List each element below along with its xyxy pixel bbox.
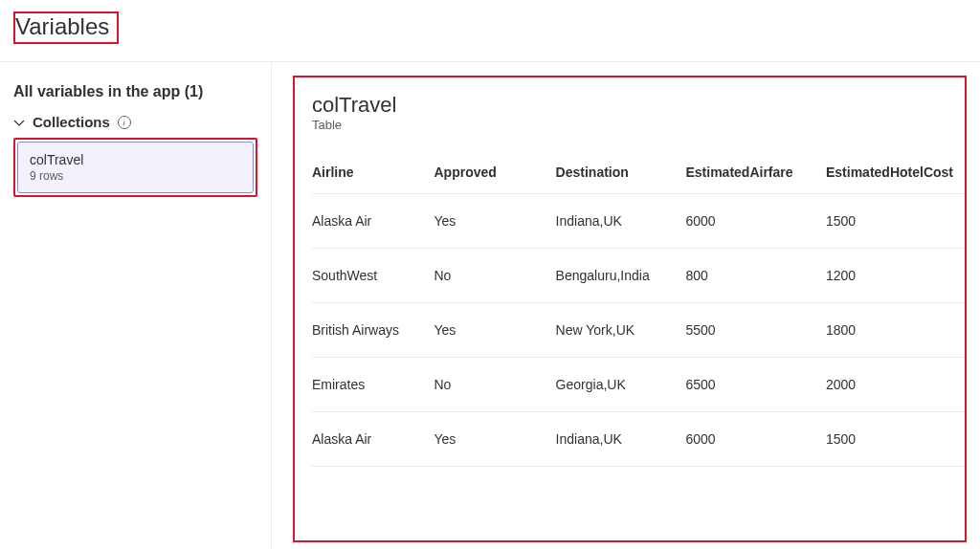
cell-airfare: 800 [686, 249, 826, 303]
detail-subtitle: Table [312, 118, 965, 132]
cell-approved: Yes [434, 303, 556, 358]
table-body: Alaska Air Yes Indiana,UK 6000 1500 Sout… [312, 194, 965, 467]
page-title: Variables [13, 11, 119, 44]
cell-destination: Bengaluru,India [556, 249, 686, 303]
col-header-estimatedairfare[interactable]: EstimatedAirfare [686, 155, 826, 194]
cell-destination: New York,UK [556, 303, 686, 358]
cell-airfare: 6000 [686, 412, 826, 467]
info-icon[interactable]: i [118, 116, 131, 129]
table-row[interactable]: British Airways Yes New York,UK 5500 180… [312, 303, 965, 358]
col-header-airline[interactable]: Airline [312, 155, 434, 194]
col-header-approved[interactable]: Approved [434, 155, 556, 194]
cell-destination: Indiana,UK [556, 412, 686, 467]
cell-airline: Emirates [312, 358, 434, 412]
cell-airline: Alaska Air [312, 194, 434, 249]
page-header: Variables [0, 0, 980, 62]
content-area: All variables in the app (1) Collections… [0, 62, 980, 549]
chevron-down-icon [13, 117, 25, 128]
col-header-estimatedhotelcost[interactable]: EstimatedHotelCost [826, 155, 965, 194]
table-header-row: Airline Approved Destination EstimatedAi… [312, 155, 965, 194]
cell-hotelcost: 1800 [826, 303, 965, 358]
cell-approved: Yes [434, 194, 556, 249]
cell-hotelcost: 1500 [826, 194, 965, 249]
collection-rowcount: 9 rows [30, 169, 241, 183]
cell-airline: SouthWest [312, 249, 434, 303]
data-table: Airline Approved Destination EstimatedAi… [312, 155, 965, 467]
cell-approved: No [434, 249, 556, 303]
cell-airfare: 6000 [686, 194, 826, 249]
cell-airline: Alaska Air [312, 412, 434, 467]
cell-destination: Georgia,UK [556, 358, 686, 412]
cell-destination: Indiana,UK [556, 194, 686, 249]
cell-approved: No [434, 358, 556, 412]
cell-airline: British Airways [312, 303, 434, 358]
table-row[interactable]: Alaska Air Yes Indiana,UK 6000 1500 [312, 412, 965, 467]
detail-title: colTravel [312, 93, 965, 118]
cell-hotelcost: 1200 [826, 249, 965, 303]
detail-highlight: colTravel Table Airline Approved Destina… [293, 76, 967, 542]
collections-label: Collections [33, 114, 110, 130]
table-row[interactable]: SouthWest No Bengaluru,India 800 1200 [312, 249, 965, 303]
collection-item-highlight: colTravel 9 rows [13, 138, 257, 197]
table-row[interactable]: Emirates No Georgia,UK 6500 2000 [312, 358, 965, 412]
sidebar: All variables in the app (1) Collections… [0, 62, 272, 549]
collection-item-coltravel[interactable]: colTravel 9 rows [17, 142, 254, 193]
cell-approved: Yes [434, 412, 556, 467]
table-row[interactable]: Alaska Air Yes Indiana,UK 6000 1500 [312, 194, 965, 249]
cell-airfare: 6500 [686, 358, 826, 412]
collections-toggle[interactable]: Collections i [13, 114, 257, 130]
collection-name: colTravel [30, 152, 241, 167]
main-panel: colTravel Table Airline Approved Destina… [272, 62, 980, 549]
sidebar-heading: All variables in the app (1) [13, 83, 257, 100]
col-header-destination[interactable]: Destination [556, 155, 686, 194]
cell-hotelcost: 1500 [826, 412, 965, 467]
cell-airfare: 5500 [686, 303, 826, 358]
cell-hotelcost: 2000 [826, 358, 965, 412]
